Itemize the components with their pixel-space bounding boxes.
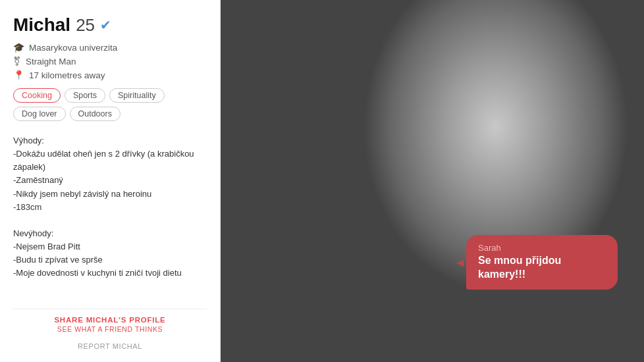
verified-icon: ✔ xyxy=(100,17,111,33)
profile-header: Michal 25 ✔ xyxy=(13,14,207,36)
tag-outdoors[interactable]: Outdoors xyxy=(70,107,121,121)
orientation-icon: ⚧ xyxy=(13,56,21,66)
photo-panel: Sarah Se mnou přijdou kamery!!! xyxy=(221,0,644,362)
tag-spirituality[interactable]: Spirituality xyxy=(109,88,165,103)
orientation-row: ⚧ Straight Man xyxy=(13,56,207,66)
tag-cooking[interactable]: Cooking xyxy=(13,88,61,103)
share-friend-button[interactable]: SEE WHAT A FRIEND THINKS xyxy=(13,325,207,333)
tag-dog-lover[interactable]: Dog lover xyxy=(13,107,66,121)
distance-row: 📍 17 kilometres away xyxy=(13,70,207,80)
profile-name: Michal xyxy=(13,14,70,36)
university-label: Masarykova univerzita xyxy=(29,43,117,53)
report-button[interactable]: REPORT MICHAL xyxy=(78,342,142,350)
distance-label: 17 kilometres away xyxy=(29,70,105,80)
profile-meta: 🎓 Masarykova univerzita ⚧ Straight Man 📍… xyxy=(13,42,207,80)
profile-panel: Michal 25 ✔ 🎓 Masarykova univerzita ⚧ St… xyxy=(0,0,221,362)
orientation-label: Straight Man xyxy=(26,57,76,66)
distance-icon: 📍 xyxy=(13,70,24,80)
bubble-text: Se mnou přijdou kamery!!! xyxy=(478,254,606,282)
tag-sports[interactable]: Sports xyxy=(65,88,105,103)
profile-age: 25 xyxy=(76,15,95,36)
bio-text: Výhody: -Dokážu udělat oheň jen s 2 dřív… xyxy=(13,136,194,278)
share-section: SHARE MICHAL'S PROFILE SEE WHAT A FRIEND… xyxy=(13,309,207,333)
university-row: 🎓 Masarykova univerzita xyxy=(13,42,207,53)
bubble-sender: Sarah xyxy=(478,243,606,253)
report-section: REPORT MICHAL xyxy=(13,340,207,351)
university-icon: 🎓 xyxy=(13,42,24,53)
profile-photo-bg xyxy=(221,0,644,362)
bio-section: Výhody: -Dokážu udělat oheň jen s 2 dřív… xyxy=(13,134,207,299)
message-bubble: Sarah Se mnou přijdou kamery!!! xyxy=(466,235,618,290)
tags-container: CookingSportsSpiritualityDog loverOutdoo… xyxy=(13,88,207,121)
share-profile-button[interactable]: SHARE MICHAL'S PROFILE xyxy=(13,316,207,324)
